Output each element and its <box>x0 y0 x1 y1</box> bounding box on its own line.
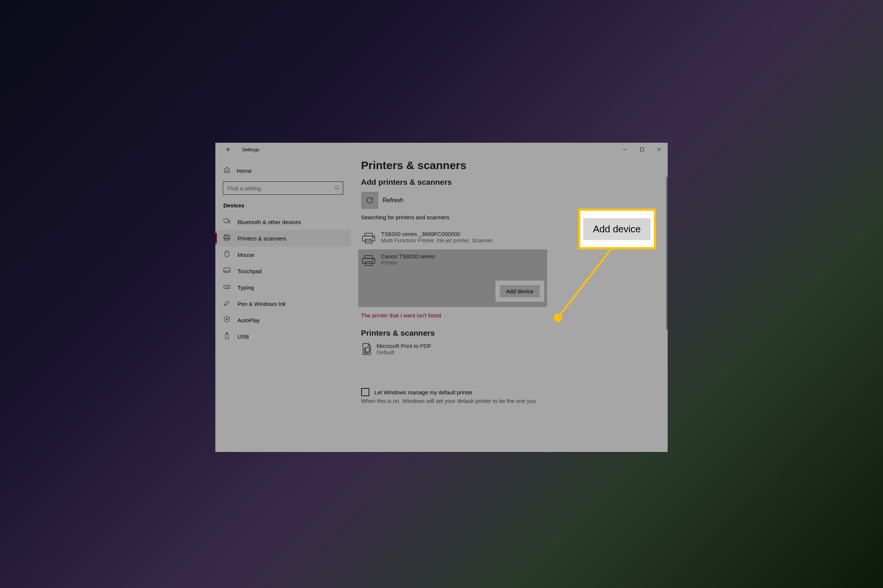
mouse-icon <box>224 250 230 259</box>
svg-rect-22 <box>366 348 369 352</box>
add-device-highlight-panel: Add device <box>495 280 544 302</box>
sidebar-item-label: Touchpad <box>238 268 262 274</box>
printer-icon <box>361 231 376 246</box>
sidebar-item-label: Typing <box>238 284 254 291</box>
scrollbar[interactable] <box>666 177 668 329</box>
sidebar-item-autoplay[interactable]: AutoPlay <box>215 312 351 328</box>
sidebar-item-touchpad[interactable]: Touchpad <box>215 263 351 279</box>
keyboard-icon <box>224 284 230 291</box>
sidebar-item-bluetooth[interactable]: Bluetooth & other devices <box>215 214 351 230</box>
printer-icon <box>361 253 376 268</box>
section-installed-heading: Printers & scanners <box>361 328 656 338</box>
printer-type: Printer <box>381 260 435 266</box>
home-icon <box>224 166 230 175</box>
svg-point-16 <box>372 237 373 238</box>
svg-rect-3 <box>229 220 230 224</box>
section-add-heading: Add printers & scanners <box>361 178 656 187</box>
printer-icon <box>224 234 230 242</box>
sidebar-home-label: Home <box>237 168 252 174</box>
search-input-wrap[interactable] <box>223 182 343 195</box>
manage-default-label: Let Windows manage my default printer <box>375 389 473 396</box>
add-device-button[interactable]: Add device <box>500 285 539 297</box>
svg-rect-2 <box>224 219 228 222</box>
svg-rect-17 <box>364 256 372 259</box>
sidebar-item-label: Mouse <box>238 252 254 258</box>
printer-type: Multi Function Printer, Ink-jet printer,… <box>381 237 493 243</box>
maximize-button[interactable] <box>633 143 651 156</box>
sidebar-item-label: Bluetooth & other devices <box>238 219 301 225</box>
sidebar-home[interactable]: Home <box>215 164 351 182</box>
svg-rect-11 <box>226 333 228 334</box>
back-button[interactable] <box>219 143 237 156</box>
usb-icon <box>224 332 230 340</box>
svg-rect-4 <box>225 235 229 236</box>
sidebar-item-typing[interactable]: Typing <box>215 279 351 296</box>
printer-name: Canon TS8200 series <box>381 253 435 260</box>
sidebar-category: Devices <box>215 202 351 214</box>
manage-default-helper: When this is on, Windows will set your d… <box>361 398 555 404</box>
printer-name: TS8200 series _3689FC000000 <box>381 231 493 237</box>
svg-rect-6 <box>225 238 229 240</box>
touchpad-icon <box>224 268 230 274</box>
refresh-button[interactable] <box>361 192 378 209</box>
sidebar-item-label: Printers & scanners <box>238 235 286 242</box>
searching-status: Searching for printers and scanners <box>361 214 656 220</box>
svg-point-1 <box>335 186 338 189</box>
search-icon <box>334 185 340 192</box>
page-title: Printers & scanners <box>361 159 656 172</box>
sidebar-item-mouse[interactable]: Mouse <box>215 246 351 263</box>
content-pane: Printers & scanners Add printers & scann… <box>351 156 668 452</box>
refresh-label: Refresh <box>383 197 403 204</box>
printer-not-listed-link[interactable]: The printer that I want isn't listed <box>361 312 441 318</box>
sidebar: Home Devices Bluetooth & other devices <box>215 156 351 452</box>
discovered-printer-row-selected[interactable]: Canon TS8200 series Printer Add device <box>358 249 547 307</box>
sidebar-item-printers[interactable]: Printers & scanners <box>215 230 351 246</box>
sidebar-item-pen[interactable]: Pen & Windows Ink <box>215 296 351 312</box>
sidebar-item-label: AutoPlay <box>238 317 260 323</box>
pdf-printer-icon <box>361 343 372 357</box>
svg-point-20 <box>372 260 373 260</box>
close-button[interactable] <box>651 143 668 156</box>
checkbox-icon <box>361 388 369 396</box>
installed-printer-name: Microsoft Print to PDF <box>377 343 432 349</box>
discovered-printer-row[interactable]: TS8200 series _3689FC000000 Multi Functi… <box>361 229 550 249</box>
installed-printer-status: Default <box>377 349 432 356</box>
search-input[interactable] <box>228 185 334 191</box>
settings-window: Settings Home <box>215 143 668 452</box>
sidebar-item-label: Pen & Windows Ink <box>238 301 286 307</box>
sidebar-item-usb[interactable]: USB <box>215 328 351 345</box>
autoplay-icon <box>224 316 230 324</box>
svg-rect-0 <box>640 148 644 151</box>
svg-rect-12 <box>226 334 229 339</box>
installed-printer-row[interactable]: Microsoft Print to PDF Default <box>361 343 656 357</box>
manage-default-checkbox[interactable]: Let Windows manage my default printer <box>361 388 656 396</box>
svg-rect-13 <box>364 233 372 236</box>
titlebar: Settings <box>215 143 668 156</box>
app-title: Settings <box>242 143 260 156</box>
minimize-button[interactable] <box>616 143 633 156</box>
pen-icon <box>224 300 230 308</box>
sidebar-item-label: USB <box>238 333 249 340</box>
devices-icon <box>224 219 230 225</box>
